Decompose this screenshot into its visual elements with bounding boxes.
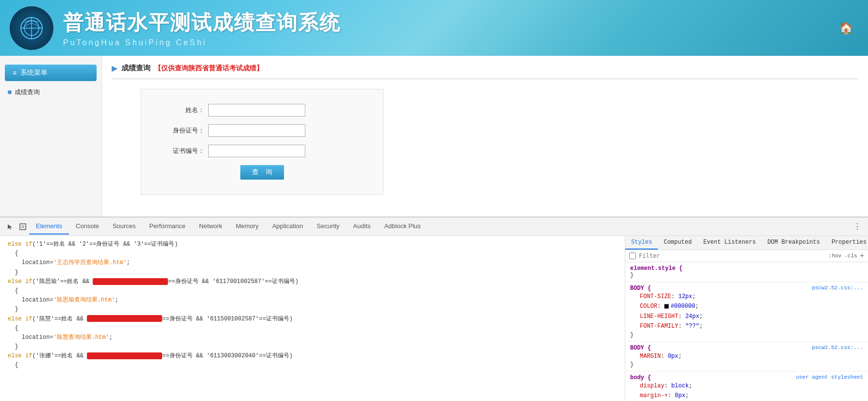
code-line-14: { (0, 361, 625, 370)
name-row: 姓名： (161, 104, 364, 117)
system-menu-button[interactable]: ≡ 系统菜单 (5, 65, 97, 81)
body-style-section-2: BODY { pscw2.52.css:... MARGIN: 0px; } (625, 342, 868, 371)
closing-brace-2: } (630, 332, 863, 338)
tab-sources[interactable]: Sources (106, 218, 143, 234)
code-line-8: } (0, 305, 625, 314)
svg-rect-6 (21, 225, 24, 228)
tab-console[interactable]: Console (69, 218, 106, 234)
code-line-6: { (0, 286, 625, 296)
tab-adblock[interactable]: Adblock Plus (377, 218, 427, 234)
closing-brace-3: } (630, 361, 863, 368)
closing-brace-1: } (630, 272, 863, 279)
name-input[interactable] (208, 104, 305, 117)
home-icon[interactable]: 🏠 (839, 21, 853, 35)
devtools-panel: Elements Console Sources Performance Net… (0, 217, 868, 401)
id-row: 身份证号： (161, 124, 364, 137)
add-style-button[interactable]: + (860, 252, 864, 260)
code-line-9: else if('陈慧'==姓名 && ==身份证号 && '611500100… (0, 315, 625, 324)
hover-filter[interactable]: :hov (829, 253, 841, 259)
menu-icon: ≡ (13, 69, 17, 77)
styles-tab-properties[interactable]: Properties (826, 236, 868, 250)
name-label: 姓名： (161, 106, 204, 115)
content-area: ▶ 成绩查询 【仅供查询陕西省普通话考试成绩】 姓名： 身份证号： 证书编号： … (102, 56, 868, 217)
dot-icon (8, 90, 12, 94)
site-title: 普通话水平测试成绩查询系统 (63, 9, 341, 36)
header-text: 普通话水平测试成绩查询系统 PuTongHua ShuiPing CeShi (63, 9, 341, 47)
code-line-4: } (0, 268, 625, 277)
code-line-10: { (0, 324, 625, 333)
code-line-1: else if('1'==姓名 && '2'==身份证号 && '3'==证书编… (0, 240, 625, 249)
styles-tabs: Styles Computed Event Listeners DOM Brea… (625, 236, 868, 250)
devtools-toolbar: Elements Console Sources Performance Net… (0, 217, 868, 236)
page-title-text: 成绩查询 (121, 64, 150, 73)
header: 普通话水平测试成绩查询系统 PuTongHua ShuiPing CeShi 🏠 (0, 0, 868, 56)
body-style-section-1: BODY { pscw2.52.css:... FONT-SIZE: 12px;… (625, 282, 868, 342)
source-ua: user agent stylesheet (796, 374, 863, 380)
styles-tab-styles[interactable]: Styles (625, 236, 658, 250)
tab-network[interactable]: Network (192, 218, 229, 234)
tab-memory[interactable]: Memory (229, 218, 266, 234)
cert-row: 证书编号： (161, 145, 364, 157)
code-line-5: else if('陈思瑜'==姓名 && ==身份证号 && '61170010… (0, 277, 625, 286)
styles-tab-event-listeners[interactable]: Event Listeners (698, 236, 762, 250)
element-style-section: element.style { } (625, 262, 868, 282)
code-panel: else if('1'==姓名 && '2'==身份证号 && '3'==证书编… (0, 236, 625, 401)
styles-tab-dom-breakpoints[interactable]: DOM Breakpoints (762, 236, 826, 250)
source-link-2[interactable]: pscw2.52.css:... (812, 345, 863, 351)
form-container: 姓名： 身份证号： 证书编号： 查 询 (141, 89, 384, 195)
site-subtitle: PuTongHua ShuiPing CeShi (63, 38, 341, 47)
sidebar-item-results[interactable]: 成绩查询 (0, 85, 101, 100)
system-menu-label: 系统菜单 (20, 68, 48, 77)
class-filter[interactable]: .cls (844, 253, 857, 259)
more-tabs-button[interactable]: ⋮ (851, 218, 864, 235)
styles-tab-computed[interactable]: Computed (658, 236, 698, 250)
tab-application[interactable]: Application (266, 218, 310, 234)
code-line-3: location='王志伟学历查询结果.htm'; (0, 258, 625, 267)
code-line-13: else if('张娜'==姓名 && ==身份证号 && '611300300… (0, 351, 625, 361)
styles-filter-input[interactable] (639, 252, 826, 259)
cursor-icon-button[interactable] (4, 221, 17, 232)
id-input[interactable] (208, 124, 305, 137)
styles-panel: Styles Computed Event Listeners DOM Brea… (625, 236, 868, 401)
tab-elements[interactable]: Elements (29, 218, 69, 234)
code-line-7: location='陈思瑜查询结果.htm'; (0, 296, 625, 305)
styles-filter-checkbox[interactable] (629, 252, 636, 259)
source-link-1[interactable]: pscw2.52.css:... (812, 285, 863, 291)
cert-label: 证书编号： (161, 147, 204, 155)
selector-body-ua: body { (630, 374, 651, 381)
code-line-11: location='陈慧查询结果.htm'; (0, 333, 625, 342)
color-swatch (664, 304, 669, 309)
submit-row: 查 询 (161, 165, 364, 180)
arrow-icon: ▶ (112, 64, 117, 73)
inspect-box-button[interactable] (17, 221, 29, 232)
devtools-tabs: Elements Console Sources Performance Net… (29, 218, 428, 234)
code-line-2: { (0, 249, 625, 258)
code-line-12: } (0, 342, 625, 351)
page-title-note: 【仅供查询陕西省普通话考试成绩】 (154, 64, 263, 73)
tab-security[interactable]: Security (310, 218, 346, 234)
page-title-row: ▶ 成绩查询 【仅供查询陕西省普通话考试成绩】 (112, 64, 858, 73)
sidebar: ≡ 系统菜单 成绩查询 (0, 56, 102, 217)
divider (112, 79, 858, 79)
prop-margin: MARGIN: 0px; (630, 351, 863, 361)
devtools-body: else if('1'==姓名 && '2'==身份证号 && '3'==证书编… (0, 236, 868, 401)
selector-body-1: BODY { (630, 285, 651, 292)
selector-body-2: BODY { (630, 345, 651, 351)
query-button[interactable]: 查 询 (240, 165, 284, 180)
prop-color: COLOR: #000000; (630, 301, 863, 311)
styles-filter-row: :hov .cls + (625, 250, 868, 262)
tab-audits[interactable]: Audits (346, 218, 377, 234)
logo (10, 6, 53, 50)
tab-performance[interactable]: Performance (143, 218, 192, 234)
prop-display: display: block; (630, 381, 863, 391)
selector-element-style: element.style { (630, 265, 683, 272)
id-label: 身份证号： (161, 126, 204, 135)
prop-line-height: LINE-HEIGHT: 24px; (630, 312, 863, 321)
prop-font-size: FONT-SIZE: 12px; (630, 292, 863, 301)
main-layout: ≡ 系统菜单 成绩查询 ▶ 成绩查询 【仅供查询陕西省普通话考试成绩】 姓名： … (0, 56, 868, 217)
cert-input[interactable] (208, 145, 305, 157)
body-user-agent-section: body { user agent stylesheet display: bl… (625, 371, 868, 401)
sidebar-item-label: 成绩查询 (15, 88, 40, 97)
prop-font-family: FONT-FAMILY: "??"; (630, 321, 863, 331)
prop-margin-plus: margin-+: 8px; (630, 391, 863, 401)
